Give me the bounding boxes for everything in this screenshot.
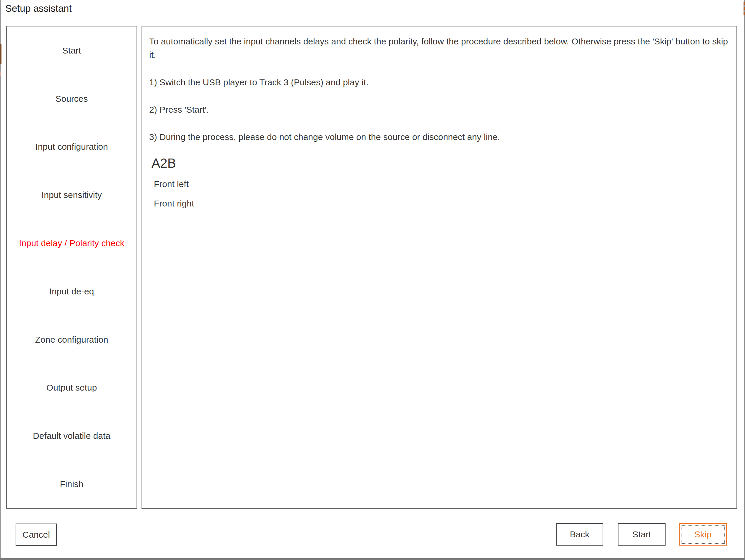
window-right-border xyxy=(744,0,745,560)
intro-text: To automatically set the input channels … xyxy=(149,35,730,62)
background-window-fragment xyxy=(0,71,1,75)
instruction-step-2: 2) Press 'Start'. xyxy=(149,103,730,117)
window-bottom-border xyxy=(0,558,745,560)
instruction-step-1: 1) Switch the USB player to Track 3 (Pul… xyxy=(149,75,730,89)
channel-front-left: Front left xyxy=(154,177,730,191)
background-window-fragment xyxy=(0,44,1,64)
channel-front-right: Front right xyxy=(154,197,730,210)
step-finish: Finish xyxy=(7,460,136,508)
window-left-border xyxy=(0,0,1,560)
instruction-step-3: 3) During the process, please do not cha… xyxy=(149,130,730,144)
cancel-button[interactable]: Cancel xyxy=(15,524,57,546)
step-default-volatile-data: Default volatile data xyxy=(7,412,136,460)
step-input-configuration: Input configuration xyxy=(7,123,136,171)
back-button[interactable]: Back xyxy=(556,523,603,546)
wizard-steps-panel: Start Sources Input configuration Input … xyxy=(6,26,137,509)
start-button[interactable]: Start xyxy=(618,523,666,546)
step-zone-configuration: Zone configuration xyxy=(7,316,136,364)
window-title: Setup assistant xyxy=(5,3,72,14)
step-input-de-eq: Input de-eq xyxy=(7,267,136,316)
step-sources: Sources xyxy=(7,75,136,123)
step-input-delay-polarity-check: Input delay / Polarity check xyxy=(7,219,136,267)
wizard-content-panel: To automatically set the input channels … xyxy=(141,26,737,509)
step-start: Start xyxy=(7,27,136,75)
step-output-setup: Output setup xyxy=(7,364,136,412)
background-window-fragment xyxy=(744,2,745,15)
channel-group-title: A2B xyxy=(152,155,730,171)
skip-button[interactable]: Skip xyxy=(679,523,727,546)
step-input-sensitivity: Input sensitivity xyxy=(7,171,136,219)
